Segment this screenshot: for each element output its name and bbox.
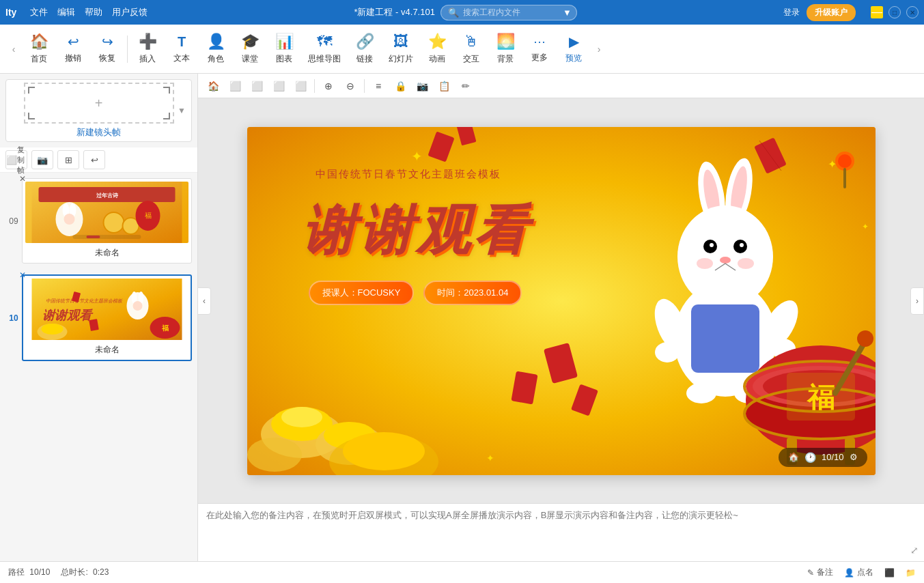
search-box[interactable]: 🔍 ▼	[440, 5, 577, 20]
mindmap-icon: 🗺	[317, 33, 332, 51]
slide-item-09[interactable]: ✕ 09	[3, 175, 195, 266]
svg-point-42	[700, 168, 723, 221]
editor-area: 🏠 ⬜ ⬜ ⬜ ⬜ ⊕ ⊖ ≡ 🔒 📷 📋 ✏ ‹ 10	[198, 74, 924, 561]
svg-point-82	[838, 154, 852, 168]
slide-list: ✕ 09	[0, 173, 197, 561]
editor-home-btn[interactable]: 🏠	[204, 76, 223, 96]
corner-br	[163, 113, 170, 119]
notes-textarea[interactable]	[206, 509, 916, 553]
svg-rect-67	[787, 373, 855, 421]
menu-help[interactable]: 帮助	[85, 6, 102, 18]
svg-point-29	[261, 410, 343, 458]
svg-rect-39	[571, 384, 598, 416]
svg-point-44	[677, 205, 773, 308]
close-button[interactable]: ✕	[906, 6, 919, 18]
new-frame-box[interactable]: +	[24, 83, 174, 124]
right-panel-collapse[interactable]: ›	[910, 287, 924, 315]
menu-feedback[interactable]: 用户反馈	[112, 6, 148, 18]
grid-button[interactable]: ⊞	[57, 150, 79, 169]
svg-line-50	[715, 264, 725, 270]
notes-icon: ✎	[807, 568, 814, 578]
slide-09-thumb: 过年古诗 福	[25, 182, 188, 243]
search-input[interactable]	[463, 8, 559, 17]
notes-btn[interactable]: ✎ 备注	[807, 567, 833, 578]
slide-10-thumb: 中国传统节日春节文化主题班会模板 谢谢观看 福	[26, 279, 188, 340]
toolbar-animation[interactable]: ⭐ 动画	[420, 29, 454, 69]
svg-text:中国传统节日春节文化主题班会模板: 中国传统节日春节文化主题班会模板	[46, 298, 123, 304]
new-frame-area: + 新建镜头帧 ▼	[5, 79, 192, 142]
screen-btn[interactable]: ⬛	[884, 568, 895, 578]
undo-icon: ↩	[68, 33, 79, 50]
upgrade-button[interactable]: 升级账户	[807, 4, 856, 21]
toolbar-mindmap[interactable]: 🗺 思维导图	[301, 29, 348, 69]
home-icon: 🏠	[30, 33, 48, 51]
svg-point-53	[738, 258, 754, 269]
align-btn[interactable]: ≡	[369, 76, 388, 96]
camera-btn[interactable]: 📷	[412, 76, 432, 96]
rollcall-btn[interactable]: 👤 点名	[844, 567, 873, 578]
notes-area: ⤢	[198, 503, 924, 561]
notes-expand-icon[interactable]: ⤢	[910, 545, 919, 556]
toolbar-nav-left[interactable]: ‹	[5, 29, 22, 70]
minimize-button[interactable]: —	[871, 6, 883, 18]
svg-rect-28	[456, 127, 476, 145]
screenshot-button[interactable]: 📷	[31, 150, 53, 169]
editor-rect2-btn[interactable]: ⬜	[247, 76, 266, 96]
toolbar-interact[interactable]: 🖱 交互	[454, 29, 488, 69]
person-icon: 👤	[844, 568, 854, 578]
rotate-button[interactable]: ↩	[83, 150, 105, 169]
maximize-button[interactable]: □	[888, 6, 901, 18]
svg-text:✦: ✦	[862, 222, 869, 231]
edit-btn[interactable]: ✏	[456, 76, 475, 96]
text-icon: T	[178, 34, 186, 50]
toolbar-character[interactable]: 👤 角色	[199, 29, 233, 69]
animation-icon: ⭐	[428, 33, 447, 51]
duration-display: 总时长: 0:23	[61, 567, 109, 578]
new-frame-label[interactable]: 新建镜头帧	[76, 126, 121, 139]
toolbar-nav-right[interactable]: ›	[591, 29, 607, 70]
toolbar-interact-label: 交互	[463, 53, 479, 65]
menu-file[interactable]: 文件	[30, 6, 48, 18]
svg-point-7	[104, 212, 124, 233]
editor-rect3-btn[interactable]: ⬜	[269, 76, 288, 96]
slide-item-10[interactable]: ✕ 10	[3, 272, 195, 364]
folder-btn[interactable]: 📁	[906, 568, 916, 578]
path-value: 10/10	[29, 567, 50, 577]
nav-home-icon[interactable]: 🏠	[788, 452, 799, 462]
title-bar-right: 登录 升级账户 — □ ✕	[783, 4, 919, 21]
svg-point-64	[746, 390, 876, 438]
clipboard-btn[interactable]: 📋	[434, 76, 453, 96]
slide-canvas-wrap: ‹ 10	[198, 98, 924, 503]
copy-frame-button[interactable]: ⬜ 复制帧	[5, 150, 27, 169]
insert-icon: ➕	[139, 33, 157, 51]
editor-rect1-btn[interactable]: ⬜	[225, 76, 244, 96]
nav-settings-icon[interactable]: ⚙	[850, 452, 858, 462]
toolbar-preview[interactable]: ▶ 预览	[557, 29, 591, 68]
svg-point-60	[686, 383, 716, 403]
status-left: 路径 10/10 总时长: 0:23	[8, 567, 109, 578]
editor-rect4-btn[interactable]: ⬜	[291, 76, 310, 96]
toolbar-undo[interactable]: ↩ 撤销	[56, 29, 90, 68]
toolbar-redo[interactable]: ↪ 恢复	[90, 29, 124, 68]
login-button[interactable]: 登录	[783, 7, 800, 18]
toolbar-preview-label: 预览	[565, 53, 582, 64]
menu-edit[interactable]: 编辑	[57, 6, 75, 18]
svg-point-40	[693, 159, 729, 231]
toolbar-insert[interactable]: ➕ 插入	[130, 29, 165, 69]
toolbar-classroom[interactable]: 🎓 课堂	[233, 29, 267, 69]
lock-btn[interactable]: 🔒	[391, 76, 410, 96]
toolbar-link[interactable]: 🔗 链接	[348, 29, 382, 69]
svg-line-85	[759, 141, 781, 171]
zoom-in-btn[interactable]: ⊕	[319, 76, 338, 96]
toolbar-text[interactable]: T 文本	[165, 30, 199, 68]
toolbar-background[interactable]: 🌅 背景	[488, 29, 522, 69]
toolbar-home[interactable]: 🏠 首页	[22, 29, 56, 69]
toolbar-chart[interactable]: 📊 图表	[267, 29, 301, 69]
panel-collapse-arrow[interactable]: ‹	[198, 287, 211, 315]
toolbar-more[interactable]: ⋯ 更多	[522, 30, 557, 68]
editor-sep-1	[314, 79, 315, 93]
zoom-out-btn[interactable]: ⊖	[341, 76, 360, 96]
toolbar-slideshow[interactable]: 🖼 幻灯片	[382, 29, 420, 69]
slide-info-1: 授课人：FOCUSKY	[309, 281, 415, 305]
camera-icon: 📷	[37, 155, 48, 165]
